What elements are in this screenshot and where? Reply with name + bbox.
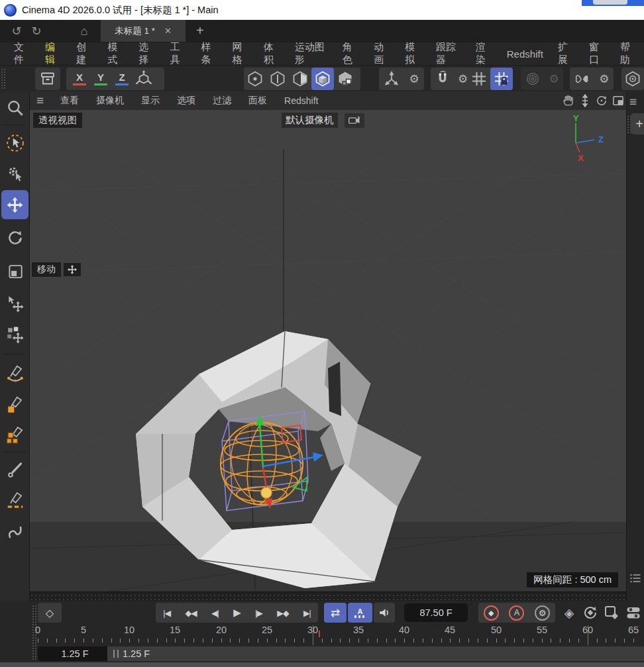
scale-tool[interactable]: [0, 256, 30, 287]
record-rotation-button[interactable]: [581, 603, 600, 623]
current-frame-field[interactable]: 87.50 F: [404, 603, 468, 622]
previous-key-button[interactable]: ◆◀: [185, 608, 196, 618]
autokey-button[interactable]: A: [509, 605, 524, 621]
new-tab-button[interactable]: +: [196, 23, 204, 38]
next-key-button[interactable]: ▶◆: [277, 608, 288, 618]
viewport-solo-button[interactable]: [621, 68, 644, 90]
menu-window[interactable]: 窗口: [582, 41, 613, 66]
menu-spline[interactable]: 样条: [193, 41, 225, 66]
axis-center-icon[interactable]: [384, 71, 400, 87]
view-type-label[interactable]: 透视视图: [33, 113, 82, 128]
camera-name-label[interactable]: 默认摄像机: [282, 113, 338, 128]
gizmo-center-handle[interactable]: [261, 487, 272, 498]
home-icon[interactable]: ⌂: [74, 25, 94, 37]
vpmenu-filter[interactable]: 过滤: [204, 95, 240, 107]
menu-render[interactable]: 渲染: [468, 41, 500, 66]
axis-lock-z-button[interactable]: Z: [111, 68, 133, 90]
locked-workplane-button[interactable]: [490, 68, 513, 90]
cursor-transform-tool[interactable]: [0, 289, 30, 319]
right-panel-menu-icon[interactable]: ≡: [629, 95, 637, 109]
toggle-panel-layout-button[interactable]: [610, 93, 626, 108]
menu-create[interactable]: 创建: [69, 41, 100, 66]
points-transform-tool[interactable]: [0, 320, 30, 350]
layer-list-button[interactable]: [629, 572, 642, 584]
zoom-view-button[interactable]: [576, 93, 593, 108]
menu-redshift[interactable]: Redshift: [500, 48, 551, 60]
target-circles-icon[interactable]: [525, 71, 541, 87]
document-tab[interactable]: 未标题 1 * ✕: [101, 20, 186, 42]
tweak-tool[interactable]: [0, 158, 30, 189]
vpmenu-cameras[interactable]: 摄像机: [87, 95, 133, 107]
camera-switch-button[interactable]: [345, 113, 364, 128]
menu-simulate[interactable]: 模拟: [398, 41, 429, 66]
bottom-panel-edge[interactable]: [0, 662, 644, 667]
move-tool[interactable]: [1, 190, 28, 219]
record-params-button[interactable]: [623, 603, 643, 623]
freehand-spline-tool[interactable]: [0, 516, 30, 546]
symmetry-settings-gear-icon[interactable]: ⚙: [599, 72, 609, 86]
add-panel-tab-button[interactable]: +: [631, 113, 644, 134]
target-settings-gear-icon[interactable]: ⚙: [549, 72, 559, 86]
menu-mesh[interactable]: 网格: [225, 41, 256, 66]
axis-lock-x-button[interactable]: X: [69, 68, 90, 90]
slider-handle[interactable]: [113, 650, 119, 658]
menu-mograph[interactable]: 运动图形: [288, 41, 335, 66]
menu-help[interactable]: 帮助: [613, 41, 644, 66]
viewport-filter-search-button[interactable]: [0, 93, 30, 123]
previous-frame-button[interactable]: ◀|: [211, 608, 219, 618]
undo-icon[interactable]: ↺: [7, 25, 27, 37]
menu-tools[interactable]: 工具: [162, 41, 193, 66]
menu-volume[interactable]: 体积: [256, 41, 288, 66]
magnet-icon[interactable]: [435, 71, 451, 87]
polygons-mode-button[interactable]: [289, 68, 311, 90]
edges-mode-button[interactable]: [266, 68, 289, 90]
line-cut-tool[interactable]: [0, 486, 30, 516]
record-position-button[interactable]: ◈: [560, 603, 578, 623]
menu-file[interactable]: 文件: [7, 41, 38, 66]
model-mode-button[interactable]: [311, 68, 334, 90]
vpmenu-options[interactable]: 选项: [168, 95, 204, 107]
brush-tool[interactable]: [0, 454, 30, 485]
rotate-tool[interactable]: [0, 223, 30, 253]
workplane-button[interactable]: [133, 68, 155, 90]
points-mode-button[interactable]: [244, 68, 266, 90]
keying-settings-button[interactable]: ⚙: [535, 605, 550, 621]
start-frame-field[interactable]: 1.25 F: [38, 646, 112, 661]
rotate-view-button[interactable]: [593, 93, 610, 108]
viewport-menu-icon[interactable]: ≡: [30, 93, 52, 108]
menu-select[interactable]: 选择: [131, 41, 162, 66]
vpmenu-redshift[interactable]: Redshift: [276, 95, 327, 106]
perspective-viewport[interactable]: 透视视图 默认摄像机 移动: [30, 110, 626, 591]
loop-mode-button[interactable]: ⇄: [324, 603, 347, 623]
vpmenu-view[interactable]: 查看: [52, 95, 87, 107]
menu-animate[interactable]: 动画: [366, 41, 398, 66]
menu-tracker[interactable]: 跟踪器: [429, 41, 468, 66]
goto-end-button[interactable]: ▶|: [303, 608, 311, 618]
pan-view-button[interactable]: [560, 93, 576, 108]
menu-character[interactable]: 角色: [335, 41, 366, 66]
goto-start-button[interactable]: |◀: [163, 608, 170, 618]
symmetry-butterfly-icon[interactable]: [574, 71, 590, 87]
spline-pen-tool[interactable]: [0, 358, 30, 389]
axis-lock-y-button[interactable]: Y: [90, 68, 111, 90]
panel-splitter[interactable]: [30, 591, 626, 601]
axis-settings-gear-icon[interactable]: ⚙: [409, 72, 419, 86]
menu-edit[interactable]: 编辑: [38, 41, 69, 66]
vpmenu-panel[interactable]: 面板: [240, 95, 276, 107]
live-selection-tool[interactable]: [0, 128, 30, 158]
menu-extensions[interactable]: 扩展: [551, 41, 582, 66]
sound-toggle-button[interactable]: [374, 603, 395, 623]
play-button[interactable]: ▶: [233, 607, 241, 619]
frame-slider[interactable]: 1.25 F: [107, 646, 644, 661]
quantize-grid-button[interactable]: [468, 68, 490, 90]
object-mode-button[interactable]: [334, 68, 356, 90]
poly-pen-tool[interactable]: [0, 419, 30, 450]
sketch-pen-tool[interactable]: [0, 389, 30, 420]
close-tab-icon[interactable]: ✕: [164, 26, 172, 36]
menu-mode[interactable]: 模式: [100, 41, 131, 66]
vpmenu-display[interactable]: 显示: [133, 95, 168, 107]
animation-mode-button[interactable]: A: [348, 603, 372, 623]
record-scale-button[interactable]: [602, 603, 621, 623]
snap-settings-gear-icon[interactable]: ⚙: [458, 72, 468, 86]
toolbar-grip[interactable]: [1, 68, 6, 89]
